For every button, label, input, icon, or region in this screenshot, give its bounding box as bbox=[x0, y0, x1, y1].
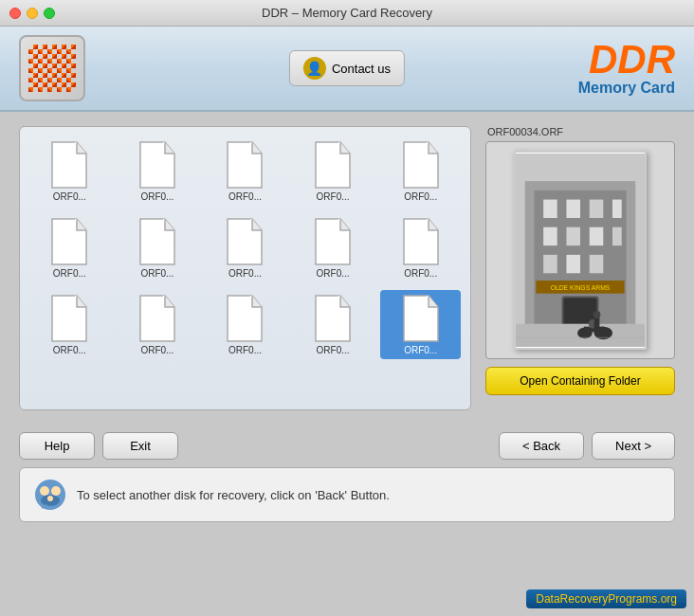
svg-rect-6 bbox=[612, 200, 622, 218]
svg-point-30 bbox=[47, 496, 53, 501]
status-bar: To select another disk for recovery, cli… bbox=[19, 467, 675, 522]
logo-icon bbox=[28, 45, 76, 92]
status-icon bbox=[33, 478, 67, 512]
bottom-bar: Help Exit < Back Next > bbox=[0, 425, 694, 467]
svg-text:OLDE KINGS ARMS: OLDE KINGS ARMS bbox=[551, 284, 611, 291]
file-icon bbox=[400, 294, 442, 343]
preview-box: OLDE KINGS ARMS bbox=[485, 141, 675, 359]
minimize-button[interactable] bbox=[27, 8, 38, 19]
file-label: ORF0... bbox=[53, 191, 86, 202]
contact-label: Contact us bbox=[332, 62, 391, 76]
svg-rect-12 bbox=[566, 255, 580, 273]
svg-rect-23 bbox=[594, 317, 600, 331]
file-label: ORF0... bbox=[228, 268, 262, 279]
file-icon bbox=[48, 140, 90, 190]
file-item[interactable]: ORF0... bbox=[380, 213, 461, 282]
file-label: ORF0... bbox=[140, 191, 174, 202]
svg-rect-9 bbox=[590, 227, 604, 245]
preview-panel: ORF00034.ORF bbox=[485, 126, 675, 410]
file-label: ORF0... bbox=[317, 345, 350, 355]
svg-rect-5 bbox=[590, 200, 604, 218]
file-item[interactable]: ORF0... bbox=[293, 136, 374, 206]
file-label: ORF0... bbox=[53, 345, 86, 355]
file-icon bbox=[312, 140, 354, 190]
file-grid: ORF0... ORF0... ORF0... ORF0... ORF0... … bbox=[29, 136, 461, 359]
file-icon bbox=[48, 294, 90, 343]
file-icon bbox=[137, 217, 178, 266]
file-label: ORF0... bbox=[228, 191, 262, 202]
file-item[interactable]: ORF0... bbox=[29, 290, 110, 359]
file-item[interactable]: ORF0... bbox=[29, 136, 110, 206]
title-bar: DDR – Memory Card Recovery bbox=[0, 0, 694, 27]
svg-rect-8 bbox=[566, 227, 580, 245]
header: 👤 Contact us DDR Memory Card bbox=[0, 27, 694, 112]
svg-rect-11 bbox=[543, 255, 557, 273]
file-label: ORF0... bbox=[317, 268, 350, 279]
status-message: To select another disk for recovery, cli… bbox=[77, 488, 390, 502]
main-content: ORF0... ORF0... ORF0... ORF0... ORF0... … bbox=[0, 112, 694, 425]
file-icon bbox=[224, 294, 265, 343]
app-logo bbox=[19, 35, 85, 101]
file-grid-container: ORF0... ORF0... ORF0... ORF0... ORF0... … bbox=[19, 126, 471, 410]
file-label: ORF0... bbox=[317, 191, 350, 202]
file-item[interactable]: ORF0... bbox=[293, 213, 374, 282]
traffic-lights bbox=[9, 8, 55, 19]
next-button[interactable]: Next > bbox=[592, 432, 675, 460]
file-icon bbox=[137, 140, 178, 190]
file-icon bbox=[312, 217, 354, 266]
svg-point-29 bbox=[51, 486, 61, 496]
file-item[interactable]: ORF0... bbox=[118, 213, 198, 282]
file-label: ORF0... bbox=[404, 268, 437, 279]
right-buttons: < Back Next > bbox=[499, 432, 675, 460]
left-buttons: Help Exit bbox=[19, 432, 178, 460]
svg-rect-4 bbox=[566, 200, 580, 218]
file-item[interactable]: ORF0... bbox=[29, 213, 110, 282]
file-label: ORF0... bbox=[404, 345, 437, 355]
file-icon bbox=[224, 140, 265, 190]
file-label: ORF0... bbox=[404, 191, 437, 202]
preview-image: OLDE KINGS ARMS bbox=[514, 151, 647, 350]
file-item[interactable]: ORF0... bbox=[380, 290, 461, 359]
file-icon bbox=[400, 217, 442, 266]
help-button[interactable]: Help bbox=[19, 432, 95, 460]
file-item[interactable]: ORF0... bbox=[205, 136, 285, 206]
back-button[interactable]: < Back bbox=[499, 432, 584, 460]
maximize-button[interactable] bbox=[44, 8, 55, 19]
file-item[interactable]: ORF0... bbox=[380, 136, 461, 206]
file-label: ORF0... bbox=[228, 345, 262, 355]
file-label: ORF0... bbox=[140, 268, 174, 279]
svg-rect-10 bbox=[612, 227, 622, 245]
file-item[interactable]: ORF0... bbox=[118, 136, 198, 206]
window-title: DDR – Memory Card Recovery bbox=[262, 6, 432, 20]
file-icon bbox=[48, 217, 90, 266]
svg-rect-7 bbox=[543, 227, 557, 245]
file-item[interactable]: ORF0... bbox=[293, 290, 374, 359]
contact-icon: 👤 bbox=[303, 57, 326, 80]
file-label: ORF0... bbox=[53, 268, 86, 279]
brand-subtitle: Memory Card bbox=[578, 80, 675, 97]
file-item[interactable]: ORF0... bbox=[118, 290, 198, 359]
file-item[interactable]: ORF0... bbox=[205, 290, 285, 359]
open-folder-button[interactable]: Open Containing Folder bbox=[485, 367, 675, 395]
svg-point-28 bbox=[40, 486, 49, 496]
file-icon bbox=[400, 140, 442, 190]
svg-rect-3 bbox=[543, 200, 557, 218]
contact-button[interactable]: 👤 Contact us bbox=[289, 50, 405, 86]
brand: DDR Memory Card bbox=[578, 40, 675, 97]
file-item[interactable]: ORF0... bbox=[205, 213, 285, 282]
file-icon bbox=[224, 217, 265, 266]
close-button[interactable] bbox=[9, 8, 21, 19]
exit-button[interactable]: Exit bbox=[102, 432, 178, 460]
brand-title: DDR bbox=[578, 40, 675, 80]
file-label: ORF0... bbox=[140, 345, 174, 355]
preview-filename: ORF00034.ORF bbox=[485, 126, 675, 137]
svg-rect-13 bbox=[590, 255, 604, 273]
svg-point-24 bbox=[594, 311, 601, 318]
footer-text: DataRecoveryPrograms.org bbox=[536, 592, 677, 606]
footer: DataRecoveryPrograms.org bbox=[526, 589, 686, 608]
file-icon bbox=[137, 294, 178, 343]
file-icon bbox=[312, 294, 354, 343]
